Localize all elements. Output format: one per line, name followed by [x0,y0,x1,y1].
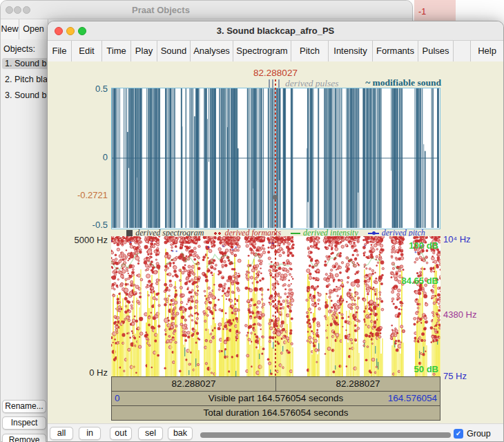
total-duration-bar[interactable]: Total duration 164.576054 seconds [111,405,440,421]
menu-pulses[interactable]: Pulses [418,41,454,61]
praat-objects-title: Praat Objects [84,1,238,19]
inspect-button[interactable]: Inspect [2,416,46,430]
object-list-item-3[interactable]: 3. Sound bl [2,90,51,101]
zoom-in-button[interactable]: in [79,427,101,440]
zoom-all-button[interactable]: all [50,427,73,440]
group-checkbox[interactable]: ✓ [454,429,463,439]
formant-cursor-label: 4380 Hz [443,309,476,320]
menubar-spacer [454,41,471,61]
cursor-sample-dot-icon [273,195,278,200]
intensity-max-label: 100 dB [365,240,438,251]
editor-canvas: 82.288027 derived pulses ~ modifiable so… [48,61,504,423]
praat-objects-titlebar[interactable]: Praat Objects [1,1,412,19]
menu-help[interactable]: Help [471,41,503,61]
time-cursor[interactable] [275,79,276,376]
amplitude-min-label: -0.5 [57,220,108,230]
rename-button[interactable]: Rename... [2,400,46,413]
menu-edit[interactable]: Edit [72,41,102,61]
intensity-cursor-label: 84.65 dB [365,276,438,286]
intensity-legend-swatch-icon [291,233,300,234]
objects-label: Objects: [3,44,35,54]
editor-menubar: File Edit Time Play Sound Analyses Spect… [48,41,503,61]
zoom-sel-button[interactable]: sel [138,427,163,440]
menu-formants[interactable]: Formants [373,41,418,61]
sound-editor-window: 3. Sound blackcap_afro_PS File Edit Time… [47,21,504,442]
close-icon[interactable] [6,6,13,14]
minimize-icon[interactable] [14,6,21,14]
selection-right-bar[interactable]: 82.288027 [275,376,440,392]
modifiable-sound-label: ~ modifiable sound [310,77,441,88]
spectrogram-freq-min-label: 0 Hz [53,367,108,378]
menu-spectrogram[interactable]: Spectrogram [233,41,291,61]
pink-panel-fragment: -1 [414,0,456,21]
waveform-plot[interactable] [111,88,440,229]
menu-time[interactable]: Time [102,41,131,61]
editor-title: 3. Sound blackcap_afro_PS [48,21,503,41]
spectrogram-freq-max-label: 5000 Hz [53,235,108,245]
cursor-amplitude-label: -0.2721 [57,190,108,200]
menu-file[interactable]: File [48,41,72,61]
zoom-out-button[interactable]: out [110,427,132,440]
pitch-axis-min-label: 75 Hz [443,371,467,381]
spectrogram-legend-swatch-icon [126,230,133,236]
formants-legend-swatch-icon [213,232,222,235]
zoom-back-button[interactable]: bak [168,427,193,440]
group-checkbox-label: Group [467,429,491,439]
menu-new[interactable]: New [1,19,19,39]
editor-titlebar[interactable]: 3. Sound blackcap_afro_PS [48,21,503,41]
intensity-min-label: 50 dB [365,364,438,374]
menu-play[interactable]: Play [131,41,157,61]
menu-sound[interactable]: Sound [157,41,191,61]
menu-pitch[interactable]: Pitch [291,41,329,61]
menu-open[interactable]: Open [19,19,48,39]
peek-value: -1 [418,7,426,17]
spectrogram-plot[interactable] [111,236,440,376]
remove-button[interactable]: Remove [2,434,46,442]
visible-part-bar[interactable]: 0 Visible part 164.576054 seconds 164.57… [111,391,440,406]
zoom-icon[interactable] [23,6,30,14]
horizontal-scrollbar[interactable] [200,432,451,438]
amplitude-max-label: 0.5 [57,84,108,94]
screen: -1 Praat Objects New Open Objects: 1. So… [0,0,504,442]
bottom-control-strip: all in out sel bak ✓ Group [48,423,504,442]
pitch-axis-max-label: 10⁴ Hz [443,234,471,244]
visible-part-label: Visible part 164.576054 seconds [209,393,344,403]
selection-left-bar[interactable]: 82.288027 [111,376,276,392]
menu-intensity[interactable]: Intensity [329,41,373,61]
pitch-legend-swatch-icon [368,233,379,234]
menu-analyses[interactable]: Analyses [191,41,233,61]
visible-start-value: 0 [115,392,120,405]
cursor-time-label: 82.288027 [227,68,324,78]
visible-end-value: 164.576054 [388,392,437,405]
amplitude-zero-label: 0 [57,152,108,162]
